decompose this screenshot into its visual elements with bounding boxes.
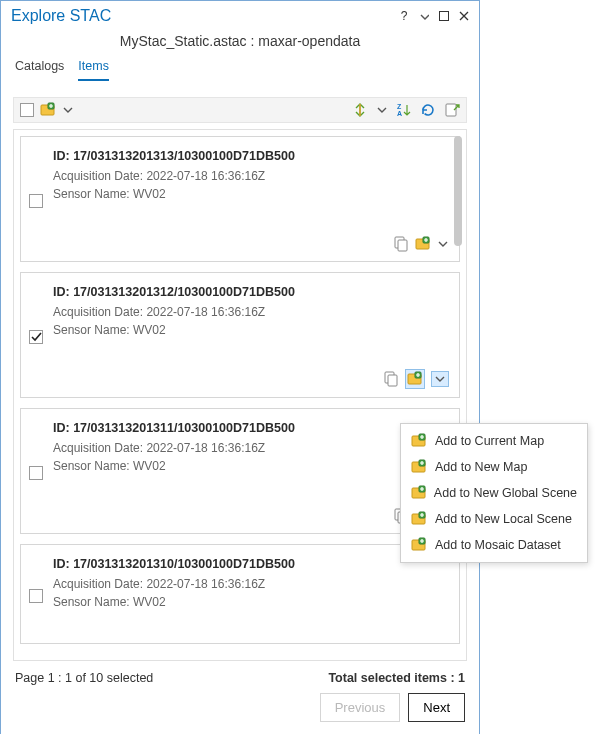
add-map-toolbar-icon[interactable] — [40, 102, 56, 118]
item-sensor-name: Sensor Name: WV02 — [53, 323, 449, 337]
tabs: Catalogs Items — [1, 59, 479, 87]
subtitle: MyStac_Static.astac : maxar-opendata — [1, 29, 479, 59]
chevron-down-icon[interactable] — [417, 9, 431, 23]
copy-icon[interactable] — [393, 235, 409, 253]
list-wrap: ID: 17/031313201313/10300100D71DB500 Acq… — [1, 129, 479, 661]
help-icon[interactable]: ? — [397, 9, 411, 23]
header-controls: ? — [397, 9, 471, 23]
menu-add-current-map[interactable]: Add to Current Map — [405, 428, 583, 454]
chevron-down-icon[interactable] — [431, 371, 449, 387]
page-status: Page 1 : 1 of 10 selected — [15, 671, 153, 685]
list-item: ID: 17/031313201310/10300100D71DB500 Acq… — [20, 544, 460, 644]
item-acquisition-date: Acquisition Date: 2022-07-18 16:36:16Z — [53, 169, 449, 183]
menu-add-mosaic-dataset[interactable]: Add to Mosaic Dataset — [405, 532, 583, 558]
item-sensor-name: Sensor Name: WV02 — [53, 187, 449, 201]
item-id: ID: 17/031313201310/10300100D71DB500 — [53, 557, 449, 571]
status-bar: Page 1 : 1 of 10 selected Total selected… — [1, 661, 479, 693]
export-icon[interactable] — [444, 102, 460, 118]
item-acquisition-date: Acquisition Date: 2022-07-18 16:36:16Z — [53, 305, 449, 319]
previous-button[interactable]: Previous — [320, 693, 401, 722]
next-button[interactable]: Next — [408, 693, 465, 722]
item-sensor-name: Sensor Name: WV02 — [53, 459, 449, 473]
expand-collapse-icon[interactable] — [352, 102, 368, 118]
add-map-icon[interactable] — [415, 236, 431, 252]
item-id: ID: 17/031313201311/10300100D71DB500 — [53, 421, 449, 435]
menu-label: Add to Mosaic Dataset — [435, 538, 561, 552]
add-map-icon[interactable] — [405, 369, 425, 389]
add-to-menu: Add to Current Map Add to New Map Add to… — [400, 423, 588, 563]
minimize-icon[interactable] — [437, 9, 451, 23]
toolbar — [13, 97, 467, 123]
item-checkbox[interactable] — [29, 330, 43, 344]
refresh-icon[interactable] — [420, 102, 436, 118]
copy-icon[interactable] — [383, 370, 399, 388]
svg-rect-7 — [440, 12, 449, 21]
panel-header: Explore STAC ? — [1, 1, 479, 29]
tab-items[interactable]: Items — [78, 59, 109, 81]
list-item: ID: 17/031313201312/10300100D71DB500 Acq… — [20, 272, 460, 398]
chevron-down-icon[interactable] — [437, 238, 449, 250]
chevron-down-icon[interactable] — [62, 104, 74, 116]
close-icon[interactable] — [457, 9, 471, 23]
chevron-down-icon[interactable] — [376, 104, 388, 116]
menu-label: Add to New Map — [435, 460, 527, 474]
scrollbar[interactable] — [453, 136, 463, 654]
toolbar-wrap — [1, 87, 479, 129]
item-acquisition-date: Acquisition Date: 2022-07-18 16:36:16Z — [53, 577, 449, 591]
explore-stac-panel: Explore STAC ? MyStac_Static.astac : max… — [0, 0, 480, 734]
item-checkbox[interactable] — [29, 194, 43, 208]
item-sensor-name: Sensor Name: WV02 — [53, 595, 449, 609]
nav-buttons: Previous Next — [1, 693, 479, 734]
menu-add-new-global-scene[interactable]: Add to New Global Scene — [405, 480, 583, 506]
sort-icon[interactable] — [396, 102, 412, 118]
menu-add-new-map[interactable]: Add to New Map — [405, 454, 583, 480]
item-id: ID: 17/031313201312/10300100D71DB500 — [53, 285, 449, 299]
menu-label: Add to New Local Scene — [435, 512, 572, 526]
select-all-checkbox[interactable] — [20, 103, 34, 117]
items-list: ID: 17/031313201313/10300100D71DB500 Acq… — [13, 129, 467, 661]
item-id: ID: 17/031313201313/10300100D71DB500 — [53, 149, 449, 163]
tab-catalogs[interactable]: Catalogs — [15, 59, 64, 81]
scrollbar-thumb[interactable] — [454, 136, 462, 246]
list-item: ID: 17/031313201311/10300100D71DB500 Acq… — [20, 408, 460, 534]
menu-add-new-local-scene[interactable]: Add to New Local Scene — [405, 506, 583, 532]
item-checkbox[interactable] — [29, 466, 43, 480]
item-acquisition-date: Acquisition Date: 2022-07-18 16:36:16Z — [53, 441, 449, 455]
panel-title: Explore STAC — [11, 7, 111, 25]
menu-label: Add to New Global Scene — [434, 486, 577, 500]
list-item: ID: 17/031313201313/10300100D71DB500 Acq… — [20, 136, 460, 262]
menu-label: Add to Current Map — [435, 434, 544, 448]
item-checkbox[interactable] — [29, 589, 43, 603]
total-selected: Total selected items : 1 — [328, 671, 465, 685]
